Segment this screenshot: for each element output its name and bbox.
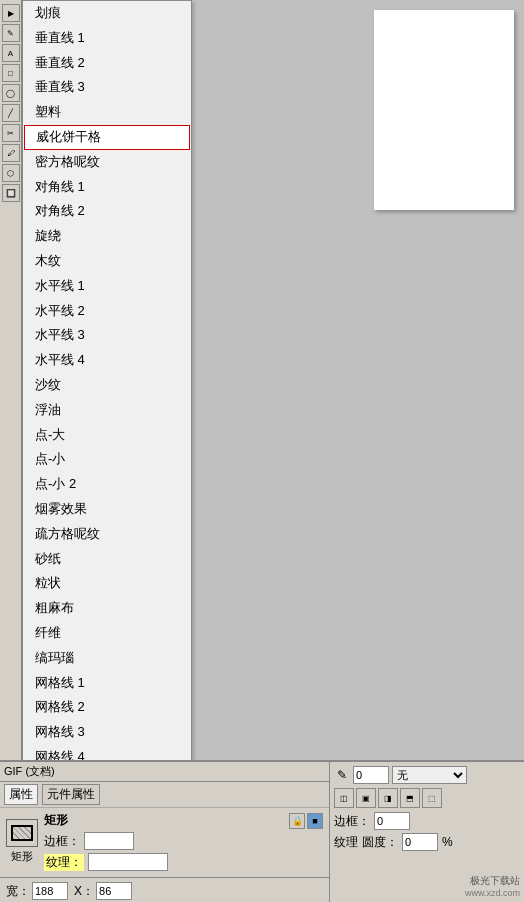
toolbar-btn-7[interactable]: ✂: [2, 124, 20, 142]
toolbar-btn-4[interactable]: □: [2, 64, 20, 82]
menu-item-5[interactable]: 威化饼干格: [24, 125, 190, 150]
menu-item-22[interactable]: 砂纸: [23, 547, 191, 572]
menu-item-10[interactable]: 木纹: [23, 249, 191, 274]
watermark-line2: www.xzd.com: [465, 888, 520, 898]
percent-label: %: [442, 835, 453, 849]
menu-item-20[interactable]: 烟雾效果: [23, 497, 191, 522]
toolbar-btn-2[interactable]: ✎: [2, 24, 20, 42]
right-select[interactable]: 无: [392, 766, 467, 784]
right-bottom-panel: ✎ 无 ◫ ▣ ◨ ⬒ ⬚ 边框： 纹理 圆度： % 极光下载站 www.xzd…: [329, 760, 524, 902]
texture-input[interactable]: [88, 853, 168, 871]
menu-item-29[interactable]: 网格线 3: [23, 720, 191, 745]
border-label: 边框：: [44, 833, 80, 850]
gif-label: GIF (文档): [4, 764, 55, 779]
right-border-label: 边框：: [334, 813, 370, 830]
menu-item-2[interactable]: 垂直线 2: [23, 51, 191, 76]
menu-item-0[interactable]: 划痕: [23, 1, 191, 26]
menu-item-19[interactable]: 点-小 2: [23, 472, 191, 497]
width-label: 宽：: [6, 883, 30, 900]
x-input[interactable]: [96, 882, 132, 900]
toolbar-btn-10[interactable]: 🔲: [2, 184, 20, 202]
align-right-icon[interactable]: ◨: [378, 788, 398, 808]
circle-label: 圆度：: [362, 834, 398, 851]
align-middle-icon[interactable]: ⬚: [422, 788, 442, 808]
menu-item-11[interactable]: 水平线 1: [23, 274, 191, 299]
canvas-white: [374, 10, 514, 210]
watermark-line1: 极光下载站: [465, 874, 520, 888]
menu-item-25[interactable]: 纤维: [23, 621, 191, 646]
toolbar-btn-9[interactable]: ⬡: [2, 164, 20, 182]
texture-right-label: 纹理: [334, 834, 358, 851]
align-top-icon[interactable]: ⬒: [400, 788, 420, 808]
color-icon[interactable]: ■: [307, 813, 323, 829]
menu-item-3[interactable]: 垂直线 3: [23, 75, 191, 100]
menu-item-23[interactable]: 粒状: [23, 571, 191, 596]
tab-attributes[interactable]: 属性: [4, 784, 38, 805]
left-toolbar: ▶ ✎ A □ ◯ ╱ ✂ 🖊 ⬡ 🔲: [0, 0, 22, 760]
menu-item-21[interactable]: 疏方格呢纹: [23, 522, 191, 547]
menu-item-14[interactable]: 水平线 4: [23, 348, 191, 373]
tab-component[interactable]: 元件属性: [42, 784, 100, 805]
toolbar-btn-3[interactable]: A: [2, 44, 20, 62]
menu-item-27[interactable]: 网格线 1: [23, 671, 191, 696]
pencil-icon: ✎: [334, 767, 350, 783]
menu-item-28[interactable]: 网格线 2: [23, 695, 191, 720]
lock-icon[interactable]: 🔒: [289, 813, 305, 829]
menu-item-1[interactable]: 垂直线 1: [23, 26, 191, 51]
menu-item-7[interactable]: 对角线 1: [23, 175, 191, 200]
menu-item-12[interactable]: 水平线 2: [23, 299, 191, 324]
menu-item-9[interactable]: 旋绕: [23, 224, 191, 249]
menu-item-15[interactable]: 沙纹: [23, 373, 191, 398]
right-border-input[interactable]: [374, 812, 410, 830]
toolbar-btn-6[interactable]: ╱: [2, 104, 20, 122]
menu-item-13[interactable]: 水平线 3: [23, 323, 191, 348]
toolbar-btn-5[interactable]: ◯: [2, 84, 20, 102]
menu-item-4[interactable]: 塑料: [23, 100, 191, 125]
x-label: X：: [74, 883, 94, 900]
menu-item-24[interactable]: 粗麻布: [23, 596, 191, 621]
border-input[interactable]: [84, 832, 134, 850]
align-center-icon[interactable]: ▣: [356, 788, 376, 808]
toolbar-btn-1[interactable]: ▶: [2, 4, 20, 22]
menu-item-16[interactable]: 浮油: [23, 398, 191, 423]
menu-item-26[interactable]: 缟玛瑙: [23, 646, 191, 671]
menu-item-6[interactable]: 密方格呢纹: [23, 150, 191, 175]
canvas-area: [344, 0, 524, 760]
bottom-left-section: GIF (文档) 属性 元件属性 矩形 矩形 🔒 ■ 边框：: [0, 760, 330, 902]
circle-input[interactable]: [402, 833, 438, 851]
shape-label: 矩形: [11, 849, 33, 864]
menu-item-17[interactable]: 点-大: [23, 423, 191, 448]
menu-item-8[interactable]: 对角线 2: [23, 199, 191, 224]
texture-label-bottom: 纹理：: [44, 854, 84, 871]
right-value-input[interactable]: [353, 766, 389, 784]
shape-name-display: 矩形: [44, 812, 68, 829]
align-left-icon[interactable]: ◫: [334, 788, 354, 808]
width-input[interactable]: [32, 882, 68, 900]
menu-item-18[interactable]: 点-小: [23, 447, 191, 472]
toolbar-btn-8[interactable]: 🖊: [2, 144, 20, 162]
